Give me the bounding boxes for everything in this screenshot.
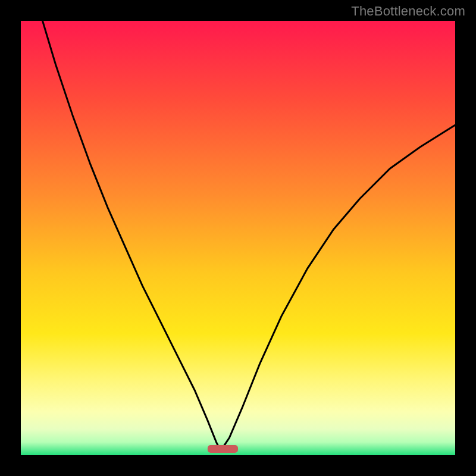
plot-background [21, 21, 455, 455]
minimum-marker [208, 445, 238, 453]
bottleneck-chart [0, 0, 476, 476]
chart-frame: TheBottleneck.com [0, 0, 476, 476]
